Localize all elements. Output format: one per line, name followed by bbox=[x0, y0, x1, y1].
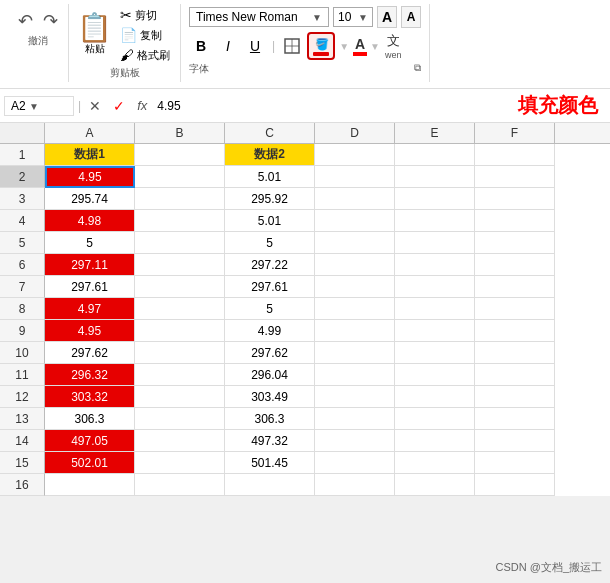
cell-C10[interactable]: 297.62 bbox=[225, 342, 315, 364]
italic-button[interactable]: I bbox=[216, 34, 240, 58]
col-header-d[interactable]: D bbox=[315, 123, 395, 143]
cell-A13[interactable]: 306.3 bbox=[45, 408, 135, 430]
cell-A16[interactable] bbox=[45, 474, 135, 496]
cell-A7[interactable]: 297.61 bbox=[45, 276, 135, 298]
cell-F10[interactable] bbox=[475, 342, 555, 364]
cell-E14[interactable] bbox=[395, 430, 475, 452]
cell-C5[interactable]: 5 bbox=[225, 232, 315, 254]
font-name-dropdown[interactable]: Times New Roman ▼ bbox=[189, 7, 329, 27]
redo-button[interactable]: ↷ bbox=[39, 8, 62, 34]
cell-E1[interactable] bbox=[395, 144, 475, 166]
cell-B10[interactable] bbox=[135, 342, 225, 364]
cell-D6[interactable] bbox=[315, 254, 395, 276]
cell-D12[interactable] bbox=[315, 386, 395, 408]
paste-button[interactable]: 📋 粘贴 bbox=[77, 14, 112, 56]
cell-D2[interactable] bbox=[315, 166, 395, 188]
cell-B2[interactable] bbox=[135, 166, 225, 188]
cell-D14[interactable] bbox=[315, 430, 395, 452]
cell-F6[interactable] bbox=[475, 254, 555, 276]
decrease-font-size-button[interactable]: A bbox=[401, 6, 421, 28]
cell-E15[interactable] bbox=[395, 452, 475, 474]
cell-E5[interactable] bbox=[395, 232, 475, 254]
cell-D7[interactable] bbox=[315, 276, 395, 298]
cell-C14[interactable]: 497.32 bbox=[225, 430, 315, 452]
row-header-12[interactable]: 12 bbox=[0, 386, 45, 408]
col-header-a[interactable]: A bbox=[45, 123, 135, 143]
cell-B13[interactable] bbox=[135, 408, 225, 430]
cell-F14[interactable] bbox=[475, 430, 555, 452]
cell-B11[interactable] bbox=[135, 364, 225, 386]
format-painter-button[interactable]: 🖌 格式刷 bbox=[118, 46, 172, 64]
copy-button[interactable]: 📄 复制 bbox=[118, 26, 172, 44]
cell-F1[interactable] bbox=[475, 144, 555, 166]
row-header-4[interactable]: 4 bbox=[0, 210, 45, 232]
cell-F4[interactable] bbox=[475, 210, 555, 232]
cell-F7[interactable] bbox=[475, 276, 555, 298]
cell-A14[interactable]: 497.05 bbox=[45, 430, 135, 452]
cell-A8[interactable]: 4.97 bbox=[45, 298, 135, 320]
cell-C9[interactable]: 4.99 bbox=[225, 320, 315, 342]
cell-D5[interactable] bbox=[315, 232, 395, 254]
row-header-1[interactable]: 1 bbox=[0, 144, 45, 166]
row-header-2[interactable]: 2 bbox=[0, 166, 45, 188]
formula-confirm-button[interactable]: ✓ bbox=[109, 98, 129, 114]
cell-D13[interactable] bbox=[315, 408, 395, 430]
cell-C16[interactable] bbox=[225, 474, 315, 496]
row-header-11[interactable]: 11 bbox=[0, 364, 45, 386]
cell-D9[interactable] bbox=[315, 320, 395, 342]
cell-F2[interactable] bbox=[475, 166, 555, 188]
cell-E10[interactable] bbox=[395, 342, 475, 364]
cell-D10[interactable] bbox=[315, 342, 395, 364]
cell-C1[interactable]: 数据2 bbox=[225, 144, 315, 166]
cell-C3[interactable]: 295.92 bbox=[225, 188, 315, 210]
cell-A11[interactable]: 296.32 bbox=[45, 364, 135, 386]
cell-C15[interactable]: 501.45 bbox=[225, 452, 315, 474]
cell-E9[interactable] bbox=[395, 320, 475, 342]
cell-B1[interactable] bbox=[135, 144, 225, 166]
cell-E7[interactable] bbox=[395, 276, 475, 298]
cell-E8[interactable] bbox=[395, 298, 475, 320]
cell-E12[interactable] bbox=[395, 386, 475, 408]
cell-A15[interactable]: 502.01 bbox=[45, 452, 135, 474]
cell-B5[interactable] bbox=[135, 232, 225, 254]
border-button[interactable] bbox=[280, 34, 304, 58]
cell-E4[interactable] bbox=[395, 210, 475, 232]
font-color-button[interactable]: A bbox=[353, 36, 367, 56]
cell-C11[interactable]: 296.04 bbox=[225, 364, 315, 386]
cell-F8[interactable] bbox=[475, 298, 555, 320]
cell-C2[interactable]: 5.01 bbox=[225, 166, 315, 188]
row-header-9[interactable]: 9 bbox=[0, 320, 45, 342]
cell-A6[interactable]: 297.11 bbox=[45, 254, 135, 276]
bold-button[interactable]: B bbox=[189, 34, 213, 58]
row-header-7[interactable]: 7 bbox=[0, 276, 45, 298]
cell-F12[interactable] bbox=[475, 386, 555, 408]
cell-F13[interactable] bbox=[475, 408, 555, 430]
cell-A4[interactable]: 4.98 bbox=[45, 210, 135, 232]
cell-F9[interactable] bbox=[475, 320, 555, 342]
cell-F11[interactable] bbox=[475, 364, 555, 386]
cell-D16[interactable] bbox=[315, 474, 395, 496]
cell-F5[interactable] bbox=[475, 232, 555, 254]
cell-B15[interactable] bbox=[135, 452, 225, 474]
row-header-8[interactable]: 8 bbox=[0, 298, 45, 320]
cell-E11[interactable] bbox=[395, 364, 475, 386]
cell-D3[interactable] bbox=[315, 188, 395, 210]
cell-C13[interactable]: 306.3 bbox=[225, 408, 315, 430]
cell-F16[interactable] bbox=[475, 474, 555, 496]
cell-B16[interactable] bbox=[135, 474, 225, 496]
cell-reference-box[interactable]: A2 ▼ bbox=[4, 96, 74, 116]
cell-B8[interactable] bbox=[135, 298, 225, 320]
font-group-expand-icon[interactable]: ⧉ bbox=[414, 62, 421, 76]
row-header-15[interactable]: 15 bbox=[0, 452, 45, 474]
cell-C6[interactable]: 297.22 bbox=[225, 254, 315, 276]
col-header-e[interactable]: E bbox=[395, 123, 475, 143]
col-header-f[interactable]: F bbox=[475, 123, 555, 143]
wen-button[interactable]: 文 wen bbox=[385, 32, 402, 60]
cell-D8[interactable] bbox=[315, 298, 395, 320]
cell-E16[interactable] bbox=[395, 474, 475, 496]
cell-D4[interactable] bbox=[315, 210, 395, 232]
fill-color-button[interactable]: 🪣 bbox=[307, 32, 335, 60]
cell-A10[interactable]: 297.62 bbox=[45, 342, 135, 364]
cell-E13[interactable] bbox=[395, 408, 475, 430]
cell-B14[interactable] bbox=[135, 430, 225, 452]
